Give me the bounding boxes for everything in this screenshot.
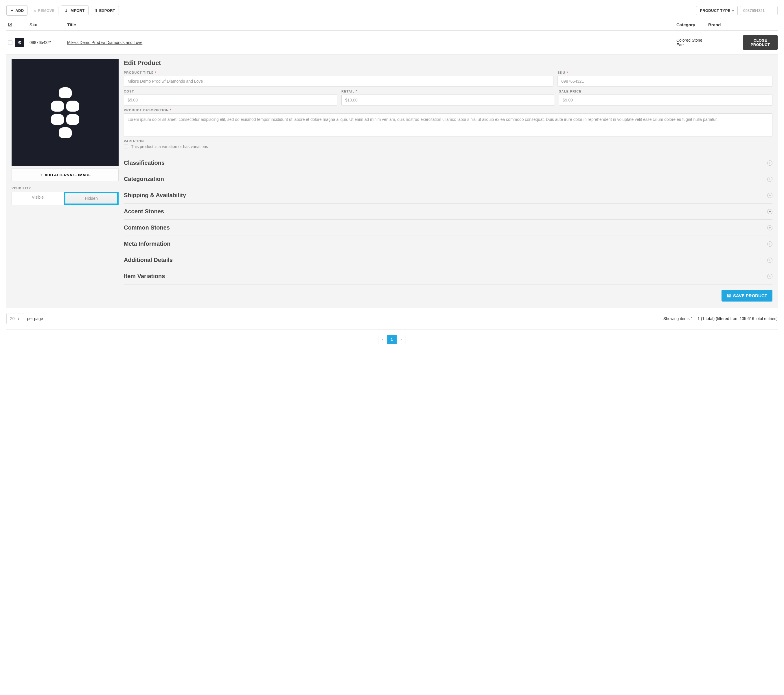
toolbar: ADD REMOVE IMPORT EXPORT PRODUCT TYPE: [7, 5, 777, 16]
expand-icon: +: [767, 161, 772, 166]
accordion-accent-stones[interactable]: Accent Stones +: [124, 204, 772, 220]
save-icon: [727, 293, 731, 298]
gear-icon: [18, 40, 22, 45]
footer-row: 20 per page Showing items 1 – 1 (1 total…: [7, 313, 777, 324]
plus-icon: [10, 8, 14, 13]
sale-price-input[interactable]: [559, 95, 772, 105]
header-category: Category: [676, 22, 708, 27]
caret-down-icon: [732, 8, 734, 13]
remove-button: REMOVE: [30, 6, 58, 15]
row-sku: 0987654321: [30, 40, 67, 45]
header-title: Title: [67, 22, 676, 27]
row-category: Colored Stone Earr...: [676, 38, 708, 47]
search-input[interactable]: [740, 6, 777, 15]
pagination: ‹ 1 ›: [7, 329, 777, 344]
sale-price-label: SALE PRICE: [559, 90, 772, 93]
add-button[interactable]: ADD: [7, 5, 28, 16]
per-page-label: per page: [27, 316, 43, 321]
next-page-button[interactable]: ›: [397, 335, 406, 344]
close-product-button[interactable]: CLOSE PRODUCT: [743, 35, 777, 50]
accordion-common-stones[interactable]: Common Stones +: [124, 220, 772, 236]
page-1-button[interactable]: 1: [387, 335, 397, 344]
row-brand: —: [708, 40, 743, 45]
visibility-visible-button[interactable]: Visible: [12, 192, 64, 205]
product-title-label: PRODUCT TITLE *: [124, 71, 553, 74]
expand-icon: +: [767, 193, 772, 198]
accordion-categorization[interactable]: Categorization +: [124, 171, 772, 187]
export-icon: [95, 8, 98, 13]
accordion-additional-details[interactable]: Additional Details +: [124, 252, 772, 268]
results-text: Showing items 1 – 1 (1 total) (filtered …: [663, 316, 777, 321]
accordion-classifications[interactable]: Classifications +: [124, 154, 772, 171]
retail-label: RETAIL *: [341, 90, 555, 93]
save-product-button[interactable]: SAVE PRODUCT: [721, 290, 772, 302]
expand-icon: +: [767, 258, 772, 263]
table-row: 0987654321 Mike's Demo Prod w/ Diamonds …: [7, 31, 777, 55]
variation-text: This product is a variation or has varia…: [131, 144, 208, 149]
header-brand: Brand: [708, 22, 743, 27]
visibility-hidden-button[interactable]: Hidden: [65, 193, 117, 204]
accordion-shipping[interactable]: Shipping & Availability +: [124, 187, 772, 204]
prev-page-button[interactable]: ‹: [378, 335, 387, 344]
description-textarea[interactable]: Lorem ipsum dolor sit amet, consectetur …: [124, 113, 772, 136]
accordion-meta-info[interactable]: Meta Information +: [124, 236, 772, 252]
edit-product-heading: Edit Product: [124, 59, 772, 67]
cost-label: COST: [124, 90, 337, 93]
sku-input[interactable]: [557, 76, 772, 87]
add-alternate-image-button[interactable]: ADD ALTERNATE IMAGE: [12, 169, 119, 181]
placeholder-logo-icon: [43, 87, 87, 138]
cost-input[interactable]: [124, 95, 337, 105]
per-page-select[interactable]: 20: [7, 313, 24, 324]
retail-input[interactable]: [341, 95, 555, 105]
expand-icon: +: [767, 242, 772, 246]
accordion-item-variations[interactable]: Item Variations +: [124, 268, 772, 284]
expand-icon: +: [767, 274, 772, 279]
product-type-dropdown[interactable]: PRODUCT TYPE: [696, 6, 738, 15]
visibility-label: VISIBILITY: [12, 186, 119, 190]
plus-icon: [40, 172, 43, 177]
export-button[interactable]: EXPORT: [91, 6, 119, 15]
edit-product-panel: ADD ALTERNATE IMAGE VISIBILITY Visible H…: [7, 55, 777, 308]
description-label: PRODUCT DESCRIPTION *: [124, 108, 772, 112]
expand-icon: +: [767, 209, 772, 214]
table-header: ☑ Sku Title Category Brand: [7, 18, 777, 31]
variation-checkbox[interactable]: [124, 145, 128, 149]
sku-label: SKU *: [557, 71, 772, 74]
variation-label: VARIATION: [124, 140, 772, 143]
row-title-link[interactable]: Mike's Demo Prod w/ Diamonds and Love: [67, 40, 142, 45]
header-sku: Sku: [30, 22, 67, 27]
row-checkbox[interactable]: [8, 41, 12, 45]
import-icon: [64, 8, 68, 13]
import-button[interactable]: IMPORT: [61, 5, 89, 15]
x-icon: [33, 8, 36, 13]
product-title-input[interactable]: [124, 76, 553, 87]
caret-down-icon: [18, 316, 20, 321]
product-image[interactable]: [12, 59, 119, 166]
expand-icon: +: [767, 225, 772, 230]
select-all-checkbox[interactable]: ☑: [8, 22, 12, 28]
expand-icon: +: [767, 177, 772, 182]
row-settings-button[interactable]: [15, 38, 24, 47]
